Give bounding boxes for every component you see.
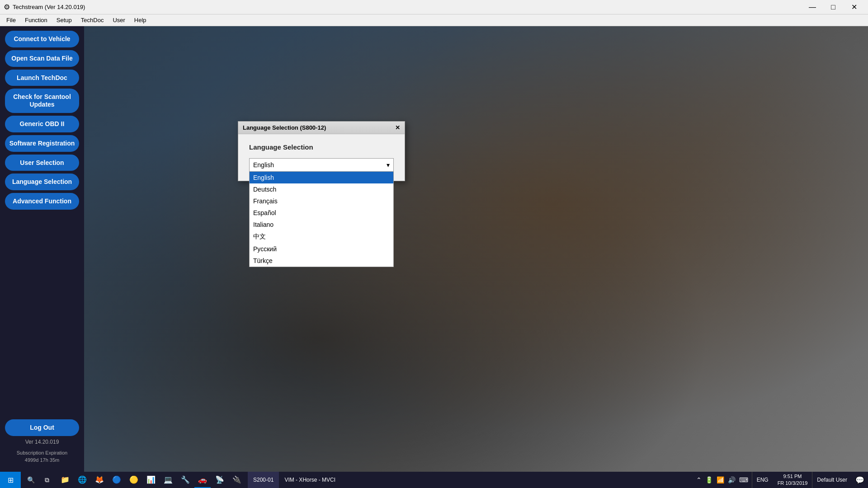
check-updates-btn[interactable]: Check for Scantool Updates <box>5 89 79 113</box>
systray-chevron-icon[interactable]: ⌃ <box>696 476 702 483</box>
lang-option-deutsch[interactable]: Deutsch <box>250 183 393 195</box>
title-bar-controls: — □ ✕ <box>802 0 864 14</box>
menu-techdoc[interactable]: TechDoc <box>76 16 108 24</box>
clock: 9:51 PM FR 10/3/2019 <box>773 473 812 487</box>
taskbar-status-mid: VIM - XHorse - MVCI <box>279 472 341 488</box>
language-selection-btn[interactable]: Language Selection <box>5 174 79 190</box>
systray-network-icon: 📶 <box>717 476 724 483</box>
default-user-label: ENG <box>752 472 773 488</box>
lang-option-chinese[interactable]: 中文 <box>250 230 393 243</box>
clock-time: 9:51 PM <box>778 473 808 480</box>
taskbar-app5-icon[interactable]: 📊 <box>143 472 159 488</box>
title-bar-left: ⚙ Techstream (Ver 14.20.019) <box>4 3 85 11</box>
systray-volume-icon: 🔊 <box>728 476 736 483</box>
main-content: Language Selection (S800-12) ✕ Language … <box>84 26 868 472</box>
menu-function[interactable]: Function <box>20 16 52 24</box>
taskbar-browser2-icon[interactable]: 🦊 <box>91 472 108 488</box>
language-select-container: English ▾ English Deutsch Français Españ… <box>249 158 394 172</box>
dialog-body: Language Selection English ▾ English Deu… <box>238 134 405 181</box>
lang-indicator: ENG <box>757 477 769 483</box>
search-button[interactable]: 🔍 <box>23 472 39 488</box>
systray-battery-icon: 🔋 <box>705 476 713 483</box>
taskbar-techstream-icon[interactable]: 🚗 <box>194 472 211 488</box>
systray-keyboard-icon: ⌨ <box>739 476 748 483</box>
subscription-label: Subscription Expiration <box>17 450 68 455</box>
dialog-close-icon[interactable]: ✕ <box>395 124 400 131</box>
app-icon: ⚙ <box>4 3 10 11</box>
user-selection-btn[interactable]: User Selection <box>5 155 79 171</box>
lang-option-english[interactable]: English <box>250 172 393 183</box>
lang-option-russian[interactable]: Русский <box>250 243 393 255</box>
taskbar-user-label: Default User <box>812 472 852 488</box>
start-button[interactable]: ⊞ <box>0 472 21 488</box>
maximize-button[interactable]: □ <box>823 0 844 14</box>
dropdown-chevron-icon: ▾ <box>387 161 390 169</box>
version-info: Ver 14.20.019 <box>25 439 59 445</box>
title-bar: ⚙ Techstream (Ver 14.20.019) — □ ✕ <box>0 0 868 14</box>
task-view-button[interactable]: ⧉ <box>39 472 55 488</box>
taskbar-browser1-icon[interactable]: 🌐 <box>74 472 90 488</box>
taskbar-status-left: S200-01 <box>248 472 279 488</box>
clock-date: FR 10/3/2019 <box>778 480 808 487</box>
taskbar-app7-icon[interactable]: 🔧 <box>177 472 193 488</box>
language-select-box[interactable]: English ▾ <box>249 158 394 172</box>
taskbar-browser3-icon[interactable]: 🔵 <box>108 472 125 488</box>
menu-help[interactable]: Help <box>130 16 151 24</box>
minimize-button[interactable]: — <box>802 0 823 14</box>
open-scan-data-btn[interactable]: Open Scan Data File <box>5 50 79 67</box>
taskbar-chrome-icon[interactable]: 🟡 <box>126 472 142 488</box>
logout-btn[interactable]: Log Out <box>5 419 79 436</box>
vim-status: VIM - XHorse - MVCI <box>284 477 335 483</box>
taskbar-apps: 📁 🌐 🦊 🔵 🟡 📊 💻 🔧 🚗 📡 🔌 <box>57 472 245 488</box>
generic-obd-btn[interactable]: Generic OBD II <box>5 116 79 132</box>
background-image: Language Selection (S800-12) ✕ Language … <box>84 26 868 472</box>
language-dropdown: English Deutsch Français Español Italian… <box>249 172 394 267</box>
taskbar-app6-icon[interactable]: 💻 <box>160 472 176 488</box>
window-title: Techstream (Ver 14.20.019) <box>13 4 85 10</box>
dialog-title: Language Selection (S800-12) <box>243 124 326 131</box>
menu-file[interactable]: File <box>2 16 20 24</box>
connect-to-vehicle-btn[interactable]: Connect to Vehicle <box>5 31 79 47</box>
taskbar-explorer-icon[interactable]: 📁 <box>57 472 73 488</box>
selected-language-label: English <box>253 161 274 169</box>
sidebar: Connect to Vehicle Open Scan Data File L… <box>0 26 84 472</box>
status-code: S200-01 <box>253 477 274 483</box>
lang-option-turkish[interactable]: Türkçe <box>250 255 393 267</box>
taskbar-right: ⌃ 🔋 📶 🔊 ⌨ ENG 9:51 PM FR 10/3/2019 Defau… <box>693 472 868 488</box>
advanced-function-btn[interactable]: Advanced Function <box>5 193 79 210</box>
lang-option-italiano[interactable]: Italiano <box>250 219 393 230</box>
menu-bar: File Function Setup TechDoc User Help <box>0 14 868 26</box>
subscription-value: 4999d 17h 35m <box>25 457 59 463</box>
notification-center-button[interactable]: 💬 <box>852 472 868 488</box>
taskbar-app9-icon[interactable]: 📡 <box>212 472 228 488</box>
dialog-section-title: Language Selection <box>249 143 394 151</box>
dialog-title-bar: Language Selection (S800-12) ✕ <box>238 122 405 134</box>
systray: ⌃ 🔋 📶 🔊 ⌨ <box>693 476 752 483</box>
taskbar: ⊞ 🔍 ⧉ 📁 🌐 🦊 🔵 🟡 📊 💻 🔧 🚗 📡 🔌 S200-01 VIM … <box>0 472 868 488</box>
lang-option-espanol[interactable]: Español <box>250 207 393 219</box>
lang-option-francais[interactable]: Français <box>250 195 393 207</box>
launch-techdoc-btn[interactable]: Launch TechDoc <box>5 70 79 86</box>
close-button[interactable]: ✕ <box>844 0 864 14</box>
taskbar-app10-icon[interactable]: 🔌 <box>229 472 245 488</box>
menu-user[interactable]: User <box>108 16 129 24</box>
software-reg-btn[interactable]: Software Registration <box>5 135 79 152</box>
subscription-info: Subscription Expiration 4999d 17h 35m <box>17 450 68 464</box>
language-selection-dialog: Language Selection (S800-12) ✕ Language … <box>238 121 405 181</box>
menu-setup[interactable]: Setup <box>52 16 76 24</box>
